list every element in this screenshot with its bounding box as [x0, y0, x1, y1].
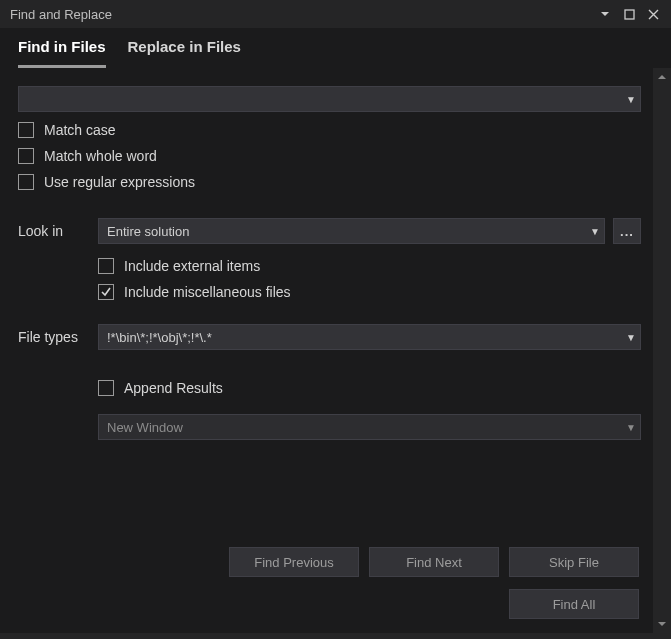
chevron-down-icon[interactable]: ▼	[622, 422, 640, 433]
tab-bar: Find in Files Replace in Files	[0, 28, 671, 68]
find-next-button[interactable]: Find Next	[369, 547, 499, 577]
look-in-label: Look in	[18, 223, 90, 239]
form-panel: ▼ Match case Match whole word Use regula…	[0, 68, 653, 633]
browse-label: ...	[620, 224, 634, 239]
file-types-label: File types	[18, 329, 90, 345]
file-types-input[interactable]: !*\bin\*;!*\obj\*;!*\.* ▼	[98, 324, 641, 350]
results-target-value: New Window	[99, 420, 622, 435]
title-bar: Find and Replace	[0, 0, 671, 28]
window-title: Find and Replace	[10, 7, 112, 22]
skip-file-button[interactable]: Skip File	[509, 547, 639, 577]
chevron-down-icon[interactable]: ▼	[622, 94, 640, 105]
scroll-down-icon[interactable]	[653, 615, 671, 633]
find-previous-button[interactable]: Find Previous	[229, 547, 359, 577]
action-buttons: Find Previous Find Next Skip File Find A…	[229, 547, 639, 619]
file-types-value: !*\bin\*;!*\obj\*;!*\.*	[99, 330, 622, 345]
append-results-label: Append Results	[124, 380, 223, 396]
match-whole-word-label: Match whole word	[44, 148, 157, 164]
tab-replace-in-files[interactable]: Replace in Files	[128, 38, 241, 68]
include-external-checkbox[interactable]	[98, 258, 114, 274]
match-case-checkbox[interactable]	[18, 122, 34, 138]
tab-find-in-files[interactable]: Find in Files	[18, 38, 106, 68]
look-in-value: Entire solution	[99, 224, 586, 239]
include-misc-checkbox[interactable]	[98, 284, 114, 300]
use-regex-checkbox[interactable]	[18, 174, 34, 190]
chevron-down-icon[interactable]: ▼	[586, 226, 604, 237]
match-case-label: Match case	[44, 122, 116, 138]
include-external-label: Include external items	[124, 258, 260, 274]
search-term-input[interactable]: ▼	[18, 86, 641, 112]
use-regex-label: Use regular expressions	[44, 174, 195, 190]
maximize-icon[interactable]	[617, 2, 641, 26]
append-results-checkbox[interactable]	[98, 380, 114, 396]
browse-button[interactable]: ...	[613, 218, 641, 244]
scroll-up-icon[interactable]	[653, 68, 671, 86]
chevron-down-icon[interactable]: ▼	[622, 332, 640, 343]
include-misc-label: Include miscellaneous files	[124, 284, 291, 300]
find-all-button[interactable]: Find All	[509, 589, 639, 619]
close-icon[interactable]	[641, 2, 665, 26]
results-target-select[interactable]: New Window ▼	[98, 414, 641, 440]
match-whole-word-checkbox[interactable]	[18, 148, 34, 164]
vertical-scrollbar[interactable]	[653, 68, 671, 633]
window-options-icon[interactable]	[593, 2, 617, 26]
look-in-select[interactable]: Entire solution ▼	[98, 218, 605, 244]
svg-rect-0	[625, 10, 634, 19]
